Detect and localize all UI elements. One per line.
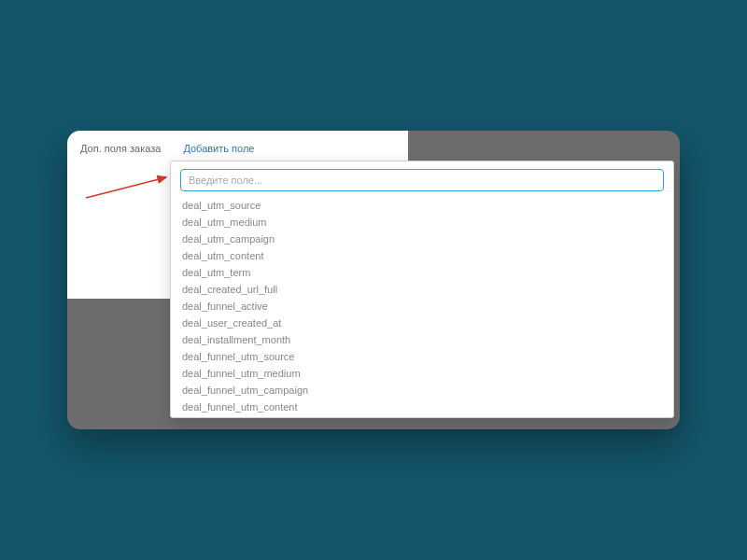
list-item[interactable]: deal_utm_source	[180, 197, 664, 214]
add-field-link[interactable]: Добавить поле	[183, 143, 254, 154]
list-item[interactable]: deal_funnel_utm_source	[180, 348, 664, 365]
list-item[interactable]: deal_utm_campaign	[180, 231, 664, 247]
list-item[interactable]: deal_funnel_utm_campaign	[180, 382, 664, 399]
list-item[interactable]: deal_utm_content	[180, 247, 664, 264]
list-item[interactable]: deal_funnel_utm_content	[180, 399, 664, 415]
list-item[interactable]: deal_created_url_full	[180, 281, 664, 298]
options-list[interactable]: deal_utm_sourcedeal_utm_mediumdeal_utm_c…	[171, 197, 673, 417]
section-label: Доп. поля заказа	[80, 143, 161, 154]
field-dropdown: deal_utm_sourcedeal_utm_mediumdeal_utm_c…	[170, 161, 674, 418]
list-item[interactable]: deal_installment_month	[180, 331, 664, 348]
svg-line-0	[86, 177, 166, 198]
annotation-arrow-icon	[84, 174, 174, 202]
list-item[interactable]: deal_user_created_at	[180, 315, 664, 331]
settings-card: Доп. поля заказа Добавить поле deal_utm_…	[67, 131, 680, 429]
list-item[interactable]: deal_utm_term	[180, 264, 664, 281]
header-row: Доп. поля заказа Добавить поле	[67, 131, 408, 159]
list-item[interactable]: deal_funnel_active	[180, 298, 664, 315]
search-wrap	[171, 161, 673, 197]
list-item[interactable]: deal_funnel_utm_medium	[180, 365, 664, 382]
list-item[interactable]: deal_utm_medium	[180, 214, 664, 231]
search-input[interactable]	[180, 169, 664, 191]
